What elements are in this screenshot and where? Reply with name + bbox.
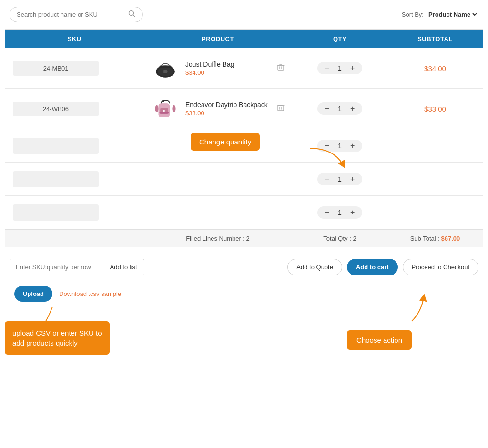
search-input[interactable] [17,11,125,18]
qty-plus-button[interactable]: + [348,142,356,150]
sort-bar: Sort By: Product Name SKU Price [402,10,478,19]
add-to-cart-button[interactable]: Add to cart [347,259,398,275]
svg-rect-6 [163,70,167,73]
product-cell: Endeavor Daytrip Backpack $33.00 [143,89,292,129]
search-wrapper [10,7,143,22]
qty-value: 1 [336,142,344,150]
choose-action-tooltip: Choose action [347,330,412,350]
sku-value: 24-WB06 [13,102,99,116]
product-price: $33.00 [185,110,268,117]
footer-subtotal: Sub Total : $67.00 [387,235,483,242]
svg-rect-7 [278,65,284,70]
qty-cell: − 1 + [292,134,387,158]
svg-point-14 [155,105,158,112]
qty-control: − 1 + [317,102,363,115]
subtotal-price: $33.00 [424,105,446,113]
svg-point-12 [163,110,165,112]
svg-rect-13 [159,112,169,114]
qty-minus-button[interactable]: − [323,104,331,113]
qty-control: − 1 + [317,140,363,152]
product-info: Joust Duffle Bag $34.00 [185,61,234,76]
col-qty: QTY [292,30,387,48]
qty-control: − 1 + [317,173,363,185]
subtotal-cell [387,140,483,152]
qty-minus-button[interactable]: − [323,208,331,217]
svg-rect-11 [162,100,164,102]
subtotal-cell: $34.00 [387,59,483,78]
qty-plus-button[interactable]: + [348,64,356,72]
sku-empty [13,138,99,154]
qty-cell: − 1 + [292,97,387,121]
search-icon [128,10,136,19]
action-bar: Add to list Add to Quote Add to cart Pro… [0,251,488,283]
total-qty-value: 2 [353,235,356,242]
subtotal-cell: $33.00 [387,99,483,119]
sku-cell: 24-WB06 [5,96,143,122]
footer-filled: Filled Lines Number : 2 [143,235,292,242]
table-row: 24-MB01 Joust Duffle Bag $34.00 [5,48,483,89]
product-info: Endeavor Daytrip Backpack $33.00 [185,101,268,117]
table-header: SKU PRODUCT QTY SUBTOTAL [5,30,483,48]
qty-minus-button[interactable]: − [323,142,331,150]
sort-select[interactable]: Product Name SKU Price [427,10,478,19]
qty-control: − 1 + [317,62,363,74]
sku-input[interactable] [10,259,103,275]
table-row: − 1 + [5,196,483,229]
qty-value: 1 [336,175,344,183]
qty-plus-button[interactable]: + [348,175,356,183]
csv-download-link[interactable]: Download .csv sample [59,290,121,297]
filled-lines-label: Filled Lines Number : [186,235,244,242]
sku-input-wrapper: Add to list [10,259,144,275]
svg-rect-16 [278,106,284,111]
bottom-bar: Upload Download .csv sample [5,283,483,309]
col-sku: SKU [5,30,143,48]
add-to-quote-button[interactable]: Add to Quote [287,259,342,275]
qty-cell: − 1 + [292,201,387,224]
upload-button[interactable]: Upload [14,286,52,302]
product-image [151,54,180,82]
product-name: Joust Duffle Bag [185,61,234,68]
add-to-list-button[interactable]: Add to list [103,259,144,275]
product-cell [143,173,292,185]
table-footer: Filled Lines Number : 2 Total Qty : 2 Su… [5,229,483,247]
total-qty-label: Total Qty : [323,235,351,242]
delete-icon[interactable] [277,63,285,73]
sku-cell: 24-MB01 [5,55,143,81]
qty-minus-button[interactable]: − [323,64,331,72]
sku-cell [5,165,143,193]
col-subtotal: SUBTOTAL [387,30,483,48]
sku-empty [13,204,99,221]
svg-line-1 [133,15,135,17]
proceed-checkout-button[interactable]: Proceed to Checkout [403,259,478,275]
sku-empty [13,171,99,187]
svg-point-15 [172,105,175,112]
qty-value: 1 [336,64,344,72]
qty-plus-button[interactable]: + [348,104,356,113]
product-price: $34.00 [185,69,234,76]
qty-plus-button[interactable]: + [348,208,356,217]
sort-label: Sort By: [402,11,424,18]
top-bar: Sort By: Product Name SKU Price [0,0,488,29]
subtotal-cell [387,173,483,185]
table-row: − 1 + [5,163,483,196]
sub-total-value: $67.00 [441,235,460,242]
qty-value: 1 [336,209,344,216]
subtotal-cell [387,207,483,218]
qty-control: − 1 + [317,206,363,219]
product-image [151,94,180,123]
sku-value: 24-MB01 [13,61,99,76]
table-row: 24-WB06 En [5,89,483,129]
qty-cell: − 1 + [292,56,387,80]
sku-cell [5,199,143,226]
qty-minus-button[interactable]: − [323,175,331,183]
product-cell [143,140,292,152]
qty-value: 1 [336,105,344,112]
svg-rect-4 [159,66,171,68]
col-product: PRODUCT [143,30,292,48]
table-row: − 1 + [5,129,483,163]
subtotal-price: $34.00 [424,64,446,72]
product-cell [143,207,292,218]
qty-cell: − 1 + [292,167,387,191]
delete-icon[interactable] [277,104,285,113]
product-cell: Joust Duffle Bag $34.00 [143,48,292,88]
